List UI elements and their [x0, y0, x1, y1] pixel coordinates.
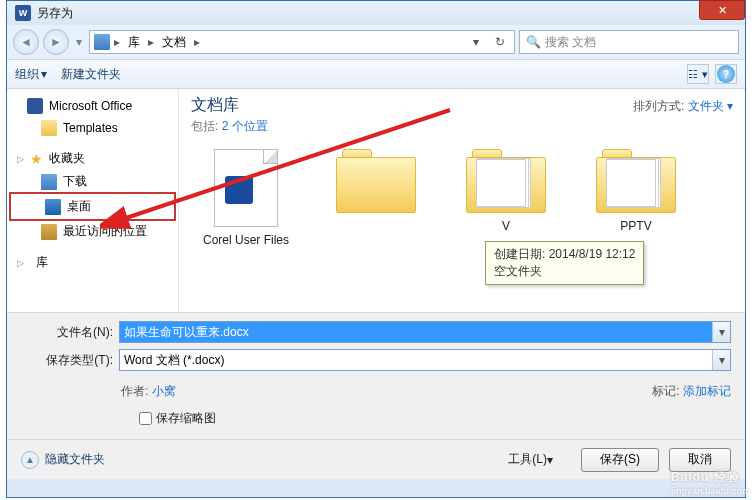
hide-folders-button[interactable]: ▲ 隐藏文件夹: [21, 451, 105, 469]
sidebar-group-libraries[interactable]: ▷库: [7, 251, 178, 274]
sidebar: Microsoft Office Templates ▷★收藏夹 下载 桌面 最…: [7, 89, 179, 312]
author-field: 作者: 小窝: [121, 383, 176, 400]
collapse-icon: ▲: [21, 451, 39, 469]
watermark: Baidu 经验 jingyan.baidu.com: [671, 467, 750, 496]
breadcrumb[interactable]: 库: [124, 32, 144, 53]
sidebar-item-templates[interactable]: Templates: [7, 117, 178, 139]
file-item[interactable]: Corel User Files: [191, 149, 301, 247]
arrange-by-link[interactable]: 文件夹 ▾: [688, 99, 733, 113]
address-dropdown-icon[interactable]: ▾: [466, 32, 486, 52]
help-button[interactable]: ?: [715, 64, 737, 84]
back-button[interactable]: ◄: [13, 29, 39, 55]
organize-button[interactable]: 组织 ▾: [15, 66, 47, 83]
folder-icon: [41, 120, 57, 136]
breadcrumb[interactable]: 文档: [158, 32, 190, 53]
arrange-by: 排列方式: 文件夹 ▾: [633, 98, 733, 115]
downloads-icon: [41, 174, 57, 190]
filename-input[interactable]: ▾: [119, 321, 731, 343]
forward-button[interactable]: ►: [43, 29, 69, 55]
file-item[interactable]: PPTV: [581, 149, 691, 247]
breadcrumb-sep-icon: ▸: [194, 35, 200, 49]
breadcrumb-sep-icon: ▸: [148, 35, 154, 49]
filename-label: 文件名(N):: [21, 324, 119, 341]
tags-link[interactable]: 添加标记: [683, 384, 731, 398]
file-item[interactable]: V: [451, 149, 561, 247]
close-button[interactable]: ✕: [699, 0, 745, 20]
toolbar: 组织 ▾ 新建文件夹 ☷ ▾ ?: [7, 59, 745, 89]
save-thumbnail-label: 保存缩略图: [156, 410, 216, 427]
author-link[interactable]: 小窝: [152, 384, 176, 398]
footer: ▲ 隐藏文件夹 工具(L) ▾ 保存(S) 取消: [7, 439, 745, 479]
word-icon: [27, 98, 43, 114]
library-locations-link[interactable]: 2 个位置: [222, 119, 268, 133]
folder-icon: [466, 149, 546, 213]
file-item[interactable]: [321, 149, 431, 247]
form-area: 文件名(N): ▾ 保存类型(T): ▾ 作者: 小窝 标记: 添加标记: [7, 313, 745, 439]
file-list-pane: 文档库 排列方式: 文件夹 ▾ 包括: 2 个位置 Corel User Fil…: [179, 89, 745, 312]
search-placeholder: 搜索 文档: [545, 34, 596, 51]
save-button[interactable]: 保存(S): [581, 448, 659, 472]
save-thumbnail-checkbox[interactable]: [139, 412, 152, 425]
word-app-icon: W: [15, 5, 31, 21]
recent-icon: [41, 224, 57, 240]
new-folder-button[interactable]: 新建文件夹: [61, 66, 121, 83]
library-subtitle: 包括: 2 个位置: [191, 118, 733, 135]
expand-icon: ▷: [17, 258, 24, 268]
sidebar-item-office[interactable]: Microsoft Office: [7, 95, 178, 117]
search-icon: 🔍: [526, 35, 541, 49]
view-options-button[interactable]: ☷ ▾: [687, 64, 709, 84]
annotation-highlight: 桌面: [9, 192, 176, 221]
sidebar-item-recent[interactable]: 最近访问的位置: [7, 220, 178, 243]
filetype-select[interactable]: ▾: [119, 349, 731, 371]
file-icon: [214, 149, 278, 227]
folder-icon: [336, 149, 416, 213]
nav-history-dropdown[interactable]: ▾: [73, 29, 85, 55]
address-bar[interactable]: ▸ 库 ▸ 文档 ▸ ▾ ↻: [89, 30, 515, 54]
window-title: 另存为: [37, 5, 73, 22]
chevron-down-icon[interactable]: ▾: [712, 322, 730, 342]
chevron-down-icon: ▾: [41, 67, 47, 81]
tools-button[interactable]: 工具(L) ▾: [490, 448, 571, 472]
sidebar-item-desktop[interactable]: 桌面: [11, 195, 174, 218]
sidebar-group-favorites[interactable]: ▷★收藏夹: [7, 147, 178, 170]
help-icon: ?: [717, 65, 735, 83]
folder-icon: [596, 149, 676, 213]
search-input[interactable]: 🔍 搜索 文档: [519, 30, 739, 54]
library-title: 文档库: [191, 95, 239, 116]
nav-bar: ◄ ► ▾ ▸ 库 ▸ 文档 ▸ ▾ ↻ 🔍 搜索 文档: [7, 25, 745, 59]
breadcrumb-sep-icon: ▸: [114, 35, 120, 49]
save-as-dialog: W 另存为 ✕ ◄ ► ▾ ▸ 库 ▸ 文档 ▸ ▾ ↻ 🔍 搜索 文档 组织 …: [6, 0, 746, 498]
tooltip: 创建日期: 2014/8/19 12:12 空文件夹: [485, 241, 644, 285]
desktop-icon: [45, 199, 61, 215]
library-icon: [94, 34, 110, 50]
filetype-label: 保存类型(T):: [21, 352, 119, 369]
sidebar-item-downloads[interactable]: 下载: [7, 170, 178, 193]
refresh-button[interactable]: ↻: [490, 32, 510, 52]
chevron-down-icon[interactable]: ▾: [712, 350, 730, 370]
tags-field: 标记: 添加标记: [652, 383, 731, 400]
star-icon: ★: [30, 151, 43, 167]
titlebar: W 另存为 ✕: [7, 1, 745, 25]
expand-icon: ▷: [17, 154, 24, 164]
